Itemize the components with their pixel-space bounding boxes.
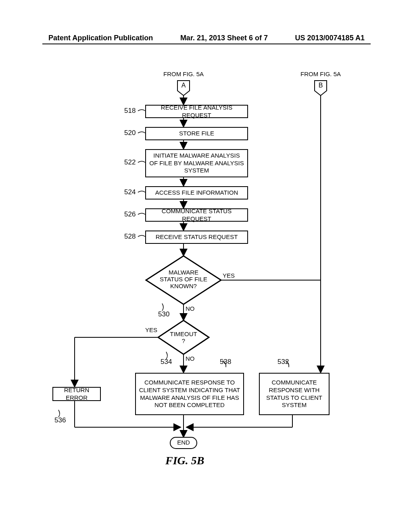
step-comm-status-req: COMMUNICATE STATUS REQUEST [145, 208, 248, 222]
figure-label: FIG. 5B [165, 454, 204, 467]
step-receive-request: RECEIVE FILE ANALYSIS REQUEST [145, 105, 248, 118]
step-response-with-status: COMMUNICATE RESPONSE WITH STATUS TO CLIE… [259, 373, 330, 415]
flowchart: FROM FIG. 5A FROM FIG. 5A [28, 71, 379, 478]
ref-530: 530 [158, 310, 169, 318]
step-initiate-analysis: INITIATE MALWARE ANALYSIS OF FILE BY MAL… [145, 149, 248, 177]
step-return-error: RETURN ERROR [52, 387, 101, 401]
ref-522: 522 [124, 158, 136, 166]
header-center: Mar. 21, 2013 Sheet 6 of 7 [180, 34, 268, 42]
branch-534-yes: YES [145, 326, 157, 333]
decision-malware-known: MALWARE STATUS OF FILE KNOWN? [159, 269, 208, 289]
connector-b: B [318, 82, 323, 89]
ref-538: 538 [220, 358, 231, 366]
ref-526: 526 [124, 210, 136, 218]
branch-534-no: NO [186, 355, 195, 362]
step-store-file: STORE FILE [145, 127, 248, 140]
ref-524: 524 [124, 188, 136, 196]
header-right: US 2013/0074185 A1 [295, 34, 365, 42]
branch-530-no: NO [186, 305, 195, 312]
step-access-info: ACCESS FILE INFORMATION [145, 186, 248, 200]
page-header: Patent Application Publication Mar. 21, … [0, 34, 413, 42]
branch-530-yes: YES [223, 272, 235, 279]
header-left: Patent Application Publication [48, 34, 153, 42]
ref-534: 534 [161, 358, 172, 366]
end-terminator: END [173, 439, 194, 446]
connector-a: A [181, 82, 186, 89]
ref-536: 536 [54, 416, 66, 424]
page: Patent Application Publication Mar. 21, … [0, 0, 413, 532]
ref-528: 528 [124, 233, 136, 241]
ref-518: 518 [124, 107, 136, 115]
step-response-not-complete: COMMUNICATE RESPONSE TO CLIENT SYSTEM IN… [135, 373, 244, 415]
ref-532: 532 [277, 358, 289, 366]
step-recv-status-req: RECEIVE STATUS REQUEST [145, 231, 248, 244]
header-rule [42, 44, 371, 44]
ref-520: 520 [124, 129, 136, 137]
decision-timeout: TIMEOUT ? [169, 330, 198, 344]
